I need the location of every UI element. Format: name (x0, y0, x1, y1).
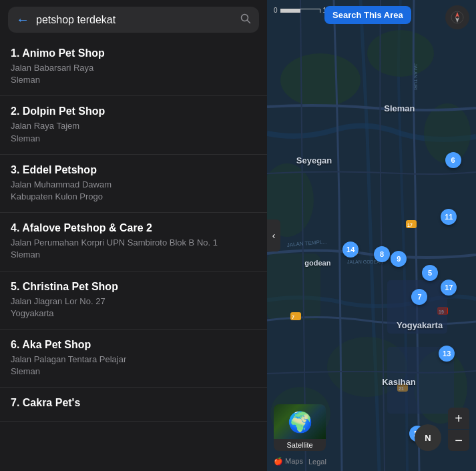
search-button[interactable] (240, 13, 251, 27)
result-item-6[interactable]: 6. Aka Pet Shop Jalan Palagan Tentara Pe… (0, 330, 267, 388)
results-list: 1. Animo Pet Shop Jalan Babarsari RayaSl… (0, 38, 267, 471)
globe-icon: 🌍 (288, 410, 312, 434)
svg-point-3 (280, 53, 361, 107)
zoom-out-button[interactable]: − (448, 430, 469, 451)
map-pin-9[interactable]: 9 (391, 251, 407, 267)
north-compass[interactable]: N (415, 424, 441, 451)
result-name-4: 4. Afalove Petshop & Care 2 (11, 222, 256, 234)
north-label: N (425, 433, 431, 443)
svg-rect-7 (267, 254, 320, 320)
result-address-4: Jalan Perumahan Korpri UPN Sambiroto Blo… (11, 237, 256, 261)
result-address-6: Jalan Palagan Tentara PelajarSleman (11, 354, 256, 378)
satellite-toggle[interactable]: 🌍 Satellite (274, 404, 326, 451)
result-address-1: Jalan Babarsari RayaSleman (11, 62, 256, 86)
map-pin-5[interactable]: 5 (422, 265, 438, 281)
result-name-2: 2. Dolpin Pet Shop (11, 105, 256, 117)
map-pin-17[interactable]: 17 (441, 280, 457, 296)
map-pin-6[interactable]: 6 (445, 152, 461, 168)
satellite-label: Satellite (274, 439, 326, 451)
legal-link[interactable]: Legal (308, 458, 326, 466)
map-footer: 🍎 Maps Legal (274, 457, 326, 466)
svg-text:JALAN TURI: JALAN TURI (413, 63, 418, 90)
svg-rect-24 (387, 280, 447, 334)
scale-line (280, 9, 320, 13)
compass-button[interactable] (445, 5, 469, 29)
map-pin-13[interactable]: 13 (439, 346, 455, 362)
result-address-3: Jalan Muhammad DawamKabupaten Kulon Prog… (11, 179, 256, 203)
search-area-button[interactable]: Search This Area (324, 6, 411, 24)
satellite-thumb: 🌍 (274, 404, 326, 439)
result-item-3[interactable]: 3. Eddel Petshop Jalan Muhammad DawamKab… (0, 155, 267, 213)
result-address-2: Jalan Raya TajemSleman (11, 120, 256, 144)
search-bar: ← petshop terdekat (8, 7, 259, 33)
result-item-7[interactable]: 7. Cakra Pet's (0, 388, 267, 422)
map-pin-11[interactable]: 11 (441, 209, 457, 225)
result-name-6: 6. Aka Pet Shop (11, 339, 256, 351)
result-name-7: 7. Cakra Pet's (11, 397, 256, 409)
left-panel: ← petshop terdekat 1. Animo Pet Shop Jal… (0, 0, 267, 471)
map-pin-14[interactable]: 14 (342, 242, 359, 258)
chevron-left-icon: ‹ (272, 230, 276, 241)
back-button[interactable]: ← (16, 12, 29, 27)
svg-text:7: 7 (292, 315, 294, 320)
result-address-5: Jalan Jlagran Lor No. 27Yogyakarta (11, 296, 256, 320)
result-item-5[interactable]: 5. Christina Pet Shop Jalan Jlagran Lor … (0, 272, 267, 330)
result-name-5: 5. Christina Pet Shop (11, 281, 256, 293)
svg-text:17: 17 (407, 223, 413, 227)
search-query: petshop terdekat (36, 14, 234, 26)
map-panel: JALAN TEMPL... JALAN GODEAN JALAN TURI 2… (267, 0, 476, 471)
collapse-panel-button[interactable]: ‹ (267, 219, 280, 252)
zoom-in-button[interactable]: + (448, 408, 469, 429)
result-name-1: 1. Animo Pet Shop (11, 47, 256, 59)
scale-label-0: 0 (274, 7, 278, 14)
zoom-controls: + − (448, 408, 469, 451)
result-item-4[interactable]: 4. Afalove Petshop & Care 2 Jalan Peruma… (0, 213, 267, 271)
result-item-2[interactable]: 2. Dolpin Pet Shop Jalan Raya TajemSlema… (0, 96, 267, 154)
result-name-3: 3. Eddel Petshop (11, 164, 256, 176)
map-pin-7[interactable]: 7 (411, 289, 427, 305)
svg-point-4 (367, 30, 434, 77)
result-item-1[interactable]: 1. Animo Pet Shop Jalan Babarsari RayaSl… (0, 38, 267, 96)
map-pin-8[interactable]: 8 (374, 246, 390, 262)
apple-maps-logo: 🍎 Maps (274, 457, 303, 466)
svg-line-1 (248, 20, 250, 23)
